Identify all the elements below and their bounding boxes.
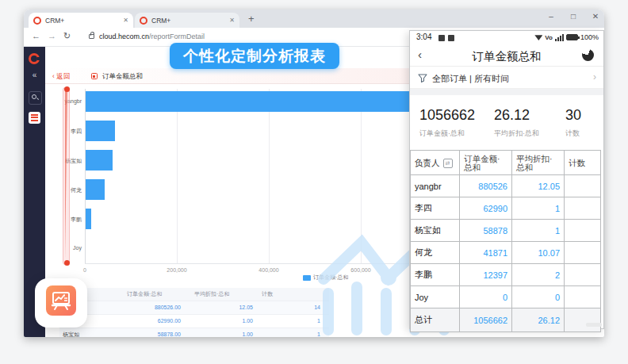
header-label: 负责人 [415, 159, 440, 167]
funnel-icon [418, 74, 427, 82]
cell-discount: 1 [512, 197, 565, 219]
address-bar[interactable]: cloud.hecom.cn/reportFormDetail [99, 33, 205, 40]
cell-discount: 1.00 [190, 328, 258, 337]
table-row[interactable]: 杨宝如 58878 1 [411, 220, 601, 242]
chart-gridline [361, 89, 362, 263]
cell-name: 总计 [411, 308, 460, 331]
section-divider [410, 89, 603, 95]
table-header-row: 负责人 订单金额·总和 平均折扣·总和 计数 [59, 288, 329, 301]
panel-nav-bar: ‹ 订单金额总和 [410, 44, 603, 67]
table-row[interactable]: 何龙 41871 10.07 [411, 242, 601, 264]
tab-title: CRM+ [45, 17, 120, 25]
cell-name: 李四 [411, 197, 460, 219]
chart-bar[interactable] [86, 179, 105, 200]
back-label: 返回 [56, 72, 70, 80]
tab-close-icon[interactable]: ✕ [123, 17, 128, 24]
ssl-lock-icon [89, 34, 94, 39]
table-row[interactable]: yangbr 880526 12.05 [411, 175, 601, 197]
filter-row[interactable]: 全部订单 | 所有时间 › [410, 67, 603, 89]
chart-bar[interactable] [86, 121, 115, 141]
chart-bar[interactable] [86, 150, 113, 171]
table-row[interactable]: 李鹏 12397 2 [411, 264, 601, 286]
chart-bar[interactable] [86, 209, 91, 229]
cell-name: 杨宝如 [59, 328, 123, 337]
notification-icon [448, 35, 454, 41]
table-row[interactable]: 李四 62990.00 1.00 1 [59, 315, 329, 328]
wifi-icon [534, 34, 542, 40]
stat-avg-discount: 26.12 平均折扣·总和 [494, 107, 539, 139]
new-tab-button[interactable]: + [248, 13, 255, 25]
col-header: 负责人⇄ [411, 151, 460, 174]
cell-discount: 10.07 [512, 242, 565, 263]
battery-percent: 100% [580, 33, 599, 41]
panel-title: 订单金额总和 [410, 49, 603, 64]
search-tail [36, 98, 39, 100]
cell-name: yangbr [411, 175, 460, 197]
cell-count: 1 [258, 315, 325, 328]
stat-label: 订单金额·总和 [419, 128, 475, 139]
table-header-row: 负责人⇄ 订单金额·总和 平均折扣·总和 计数 [411, 151, 601, 175]
stat-value: 1056662 [419, 107, 475, 124]
datazoom-handle-bottom[interactable] [64, 260, 70, 266]
cell-count [565, 197, 601, 219]
table-row[interactable]: Joy 0 0 [411, 286, 601, 308]
cell-count [565, 175, 601, 197]
panel-scrollbar[interactable] [586, 323, 602, 327]
report-app-badge[interactable] [35, 278, 87, 328]
collapse-sidebar-icon[interactable]: « [24, 71, 45, 79]
cell-discount: 0 [512, 286, 565, 308]
mobile-preview-panel: 3:04 Vo 100% ‹ 订单金额总和 [409, 30, 604, 329]
window-close-button[interactable]: ✕ [588, 12, 603, 21]
x-axis-tick: 400,000 [245, 267, 293, 273]
stat-value: 30 [565, 107, 581, 124]
x-axis-tick: 200,000 [153, 267, 201, 273]
browser-tab-1[interactable]: CRM+ ✕ [29, 13, 133, 28]
report-module-icon[interactable] [29, 112, 40, 124]
cell-name: 杨宝如 [411, 220, 460, 241]
cell-count [565, 286, 601, 308]
back-icon[interactable]: ← [32, 31, 40, 40]
datazoom-handle-top[interactable] [64, 86, 70, 92]
cell-amount: 12397 [460, 264, 512, 285]
cell-amount: 880526.00 [123, 301, 190, 314]
report-title-icon [91, 73, 98, 79]
crm-favicon [140, 17, 147, 25]
cell-discount: 12.05 [190, 301, 258, 314]
x-axis-tick: 0 [61, 267, 109, 273]
datazoom-range [65, 91, 67, 259]
page-back-link[interactable]: ‹ 返回 [52, 72, 70, 82]
table-row[interactable]: yangbr 880526.00 12.05 14 [59, 301, 329, 315]
panel-data-table: 负责人⇄ 订单金额·总和 平均折扣·总和 计数 yangbr 880526 12… [410, 150, 601, 332]
pie-chart-icon[interactable] [582, 49, 594, 61]
cell-discount: 1 [512, 220, 565, 241]
datazoom-slider[interactable] [63, 87, 70, 265]
dimension-switch-icon[interactable]: ⇄ [443, 159, 453, 168]
reload-icon[interactable]: ↻ [63, 31, 71, 41]
cell-count [565, 308, 601, 331]
status-bar: 3:04 Vo 100% [410, 31, 603, 44]
chart-gridline [269, 89, 270, 263]
stat-order-amount: 1056662 订单金额·总和 [419, 107, 475, 139]
presentation-chart-icon [46, 285, 76, 316]
cell-name: 何龙 [411, 242, 460, 263]
window-maximize-button[interactable]: □ [565, 12, 581, 21]
legend-label: 订单金额·总和 [313, 274, 348, 282]
table-row[interactable]: 杨宝如 58878.00 1.00 1 [59, 328, 329, 337]
battery-icon [566, 34, 578, 40]
table-row[interactable]: 李四 62990 1 [411, 197, 601, 220]
crm-favicon [33, 17, 41, 25]
cell-amount: 880526 [460, 175, 512, 197]
cell-amount: 62990 [460, 197, 512, 219]
browser-tab-2[interactable]: CRM+ ✕ [135, 13, 239, 28]
tab-close-icon[interactable]: ✕ [229, 17, 235, 24]
url-path: /reportFormDetail [149, 33, 205, 40]
chart-y-axis-line [85, 89, 86, 263]
cell-discount: 2 [512, 264, 565, 285]
browser-tab-strip: CRM+ ✕ CRM+ ✕ + – □ ✕ [24, 10, 604, 28]
table-total-row: 总计 1056662 26.12 [411, 308, 601, 332]
cell-discount: 1.00 [190, 315, 258, 328]
forward-icon[interactable]: → [48, 31, 56, 40]
window-minimize-button[interactable]: – [543, 12, 559, 21]
search-icon[interactable] [29, 91, 42, 105]
chart-legend[interactable]: 订单金额·总和 [303, 274, 348, 282]
